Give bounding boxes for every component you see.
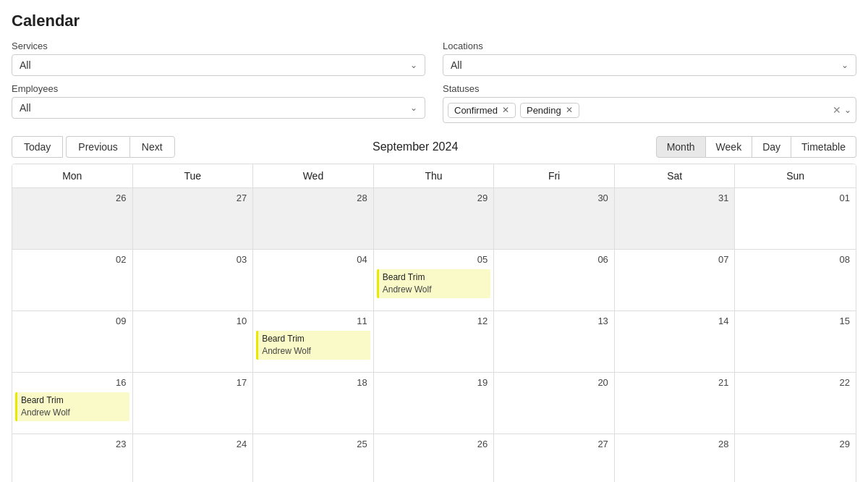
calendar-cell[interactable]: 25 [253,434,374,482]
employees-select[interactable]: All ⌄ [12,97,425,119]
day-number: 18 [256,376,370,389]
calendar-event[interactable]: Beard TrimAndrew Wolf [256,331,370,360]
calendar-cell[interactable]: 19 [374,373,495,434]
locations-filter-group: Locations All ⌄ [443,41,856,76]
event-title: Beard Trim [383,271,488,284]
view-day-button[interactable]: Day [752,136,791,158]
calendar-cell[interactable]: 10 [133,311,254,373]
calendar-cell[interactable]: 17 [133,373,254,434]
calendar-cell[interactable]: 26 [12,188,133,250]
services-chevron-down-icon: ⌄ [410,60,417,70]
calendar-title: September 2024 [175,140,656,153]
view-month-button[interactable]: Month [656,136,706,158]
calendar-cell[interactable]: 04 [253,250,374,311]
calendar-cell[interactable]: 29 [374,188,495,250]
filters-row-1: Services All ⌄ Locations All ⌄ [12,41,856,76]
calendar-event[interactable]: Beard TrimAndrew Wolf [377,269,491,298]
calendar-header-tue: Tue [133,164,254,187]
day-number: 12 [377,314,491,328]
calendar-cell[interactable]: 11Beard TrimAndrew Wolf [253,311,374,373]
calendar-cell[interactable]: 26 [374,434,495,482]
calendar-cell[interactable]: 21 [615,373,736,434]
day-number: 09 [15,314,129,328]
calendar-cell[interactable]: 07 [615,250,736,311]
calendar-header-sun: Sun [735,164,856,187]
employees-filter-group: Employees All ⌄ [12,83,425,123]
calendar-cell[interactable]: 27 [494,434,615,482]
event-person: Andrew Wolf [383,284,488,296]
calendar-cell[interactable]: 23 [12,434,133,482]
day-number: 15 [738,314,853,328]
toolbar-nav: Today Previous Next [12,136,175,158]
day-number: 25 [256,437,370,451]
locations-label: Locations [443,41,856,51]
calendar-cell[interactable]: 14 [615,311,736,373]
statuses-filter-group: Statuses Confirmed ✕ Pending ✕ ✕ ⌄ [443,83,856,123]
locations-chevron-down-icon: ⌄ [841,60,848,70]
calendar-cell[interactable]: 16Beard TrimAndrew Wolf [12,373,133,434]
statuses-select[interactable]: Confirmed ✕ Pending ✕ ✕ ⌄ [443,97,856,123]
statuses-clear-icon[interactable]: ✕ [833,104,841,116]
filters-row-2: Employees All ⌄ Statuses Confirmed ✕ Pen… [12,83,856,123]
status-pending-close-icon[interactable]: ✕ [566,106,573,114]
calendar-header-mon: Mon [12,164,133,187]
day-number: 01 [738,191,853,205]
day-number: 04 [256,253,370,266]
calendar-cell[interactable]: 13 [494,311,615,373]
calendar-cell[interactable]: 20 [494,373,615,434]
day-number: 13 [497,314,611,328]
calendar-grid: MonTueWedThuFriSatSun 262728293031010203… [12,164,856,482]
services-select[interactable]: All ⌄ [12,54,425,76]
calendar-cell[interactable]: 09 [12,311,133,373]
day-number: 21 [618,376,732,389]
view-timetable-button[interactable]: Timetable [791,136,856,158]
calendar-event[interactable]: Beard TrimAndrew Wolf [15,392,129,421]
employees-label: Employees [12,83,425,94]
calendar-cell[interactable]: 27 [133,188,254,250]
calendar-cell[interactable]: 30 [494,188,615,250]
status-confirmed-close-icon[interactable]: ✕ [502,106,509,114]
calendar-cell[interactable]: 06 [494,250,615,311]
day-number: 24 [136,437,250,451]
statuses-chevron-down-icon: ⌄ [844,105,851,115]
calendar-cell[interactable]: 24 [133,434,254,482]
calendar-toolbar: Today Previous Next September 2024 Month… [12,130,856,164]
calendar-cell[interactable]: 28 [253,188,374,250]
day-number: 31 [618,191,732,205]
page: Calendar Services All ⌄ Locations All ⌄ … [0,0,868,482]
next-button[interactable]: Next [129,136,175,158]
calendar-cell[interactable]: 08 [735,250,856,311]
event-person: Andrew Wolf [262,345,367,358]
calendar-cell[interactable]: 03 [133,250,254,311]
calendar-cell[interactable]: 29 [735,434,856,482]
day-number: 19 [377,376,491,389]
services-filter-group: Services All ⌄ [12,41,425,76]
day-number: 17 [136,376,250,389]
statuses-label: Statuses [443,83,856,94]
calendar-header-sat: Sat [615,164,736,187]
calendar-cell[interactable]: 28 [615,434,736,482]
previous-button[interactable]: Previous [66,136,129,158]
day-number: 16 [15,376,129,389]
locations-select[interactable]: All ⌄ [443,54,856,76]
event-title: Beard Trim [262,333,367,345]
calendar-body: 2627282930310102030405Beard TrimAndrew W… [12,188,856,482]
day-number: 05 [377,253,491,266]
day-number: 08 [738,253,853,266]
calendar-cell[interactable]: 22 [735,373,856,434]
calendar-cell[interactable]: 31 [615,188,736,250]
day-number: 29 [738,437,853,451]
event-person: Andrew Wolf [21,407,126,419]
calendar-cell[interactable]: 01 [735,188,856,250]
day-number: 26 [15,191,129,205]
day-number: 29 [377,191,491,205]
view-week-button[interactable]: Week [706,136,753,158]
calendar-cell[interactable]: 18 [253,373,374,434]
calendar-header-thu: Thu [374,164,495,187]
today-button[interactable]: Today [12,136,63,158]
day-number: 27 [497,437,611,451]
calendar-cell[interactable]: 15 [735,311,856,373]
calendar-cell[interactable]: 05Beard TrimAndrew Wolf [374,250,495,311]
calendar-cell[interactable]: 02 [12,250,133,311]
calendar-cell[interactable]: 12 [374,311,495,373]
